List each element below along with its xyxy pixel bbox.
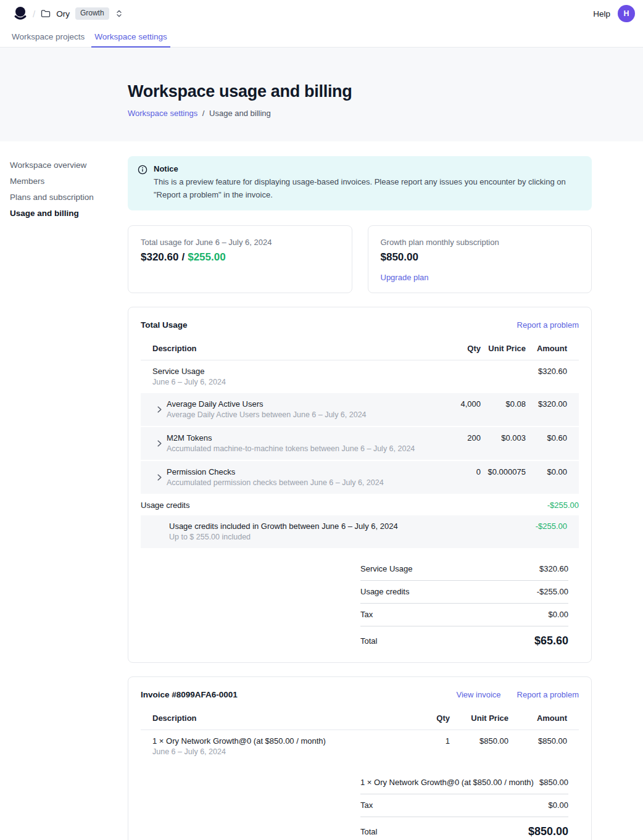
topbar: / Ory Growth Help H <box>0 0 643 27</box>
usage-summary: Service Usage $320.60 Usage credits -$25… <box>360 558 568 647</box>
total-usage-label: Total usage for June 6 – July 6, 2024 <box>141 238 339 247</box>
summary-row-tax: Tax $0.00 <box>360 794 568 817</box>
invoice-table-header-row: Description Qty Unit Price Amount <box>141 707 579 730</box>
row-qty: 4,000 <box>444 393 481 426</box>
row-title: Average Daily Active Users <box>167 399 367 409</box>
summary-label: Tax <box>360 610 373 619</box>
notice-banner: Notice This is a preview feature for dis… <box>128 156 592 210</box>
row-subtitle: June 6 – July 6, 2024 <box>152 377 444 387</box>
total-usage-panel: Total Usage Report a problem Description… <box>128 307 592 663</box>
summary-value: -$255.00 <box>537 587 568 596</box>
plan-badge: Growth <box>75 7 109 19</box>
tab-workspace-projects[interactable]: Workspace projects <box>9 27 88 47</box>
tab-workspace-settings[interactable]: Workspace settings <box>91 27 170 47</box>
table-row-usage-credits: Usage credits -$255.00 <box>141 494 579 515</box>
help-link[interactable]: Help <box>593 9 610 19</box>
workspace-name[interactable]: Ory <box>56 9 70 19</box>
table-row-permission-checks[interactable]: Permission Checks Accumulated permission… <box>141 460 579 494</box>
subscription-card: Growth plan monthly subscription $850.00… <box>368 225 592 293</box>
sidebar-item-plans-subscription[interactable]: Plans and subscription <box>10 189 120 206</box>
col-description: Description <box>141 707 404 730</box>
subscription-label: Growth plan monthly subscription <box>381 238 579 247</box>
ory-logo-icon[interactable] <box>14 6 27 21</box>
summary-total-row: Total $65.60 <box>360 626 568 647</box>
summary-row-service-usage: Service Usage $320.60 <box>360 558 568 581</box>
summary-value: $320.60 <box>539 564 568 573</box>
row-title: Usage credits <box>141 501 444 510</box>
report-problem-link[interactable]: Report a problem <box>517 690 579 699</box>
summary-total-row: Total $850.00 <box>360 817 568 838</box>
notice-body: This is a preview feature for displaying… <box>154 176 578 202</box>
workspace-switcher-icon[interactable] <box>115 9 123 18</box>
page-title: Workspace usage and billing <box>128 81 618 102</box>
page: / Ory Growth Help H Workspace projects W… <box>0 0 643 840</box>
breadcrumb-link-workspace-settings[interactable]: Workspace settings <box>128 109 197 118</box>
summary-value: $0.00 <box>548 610 568 619</box>
row-qty: 1 <box>404 730 450 763</box>
row-title: M2M Tokens <box>167 433 415 443</box>
summary-row-subscription: 1 × Ory Network Growth@0 (at $850.00 / m… <box>360 771 568 794</box>
folder-icon <box>41 9 51 19</box>
row-unit-price: $0.000075 <box>481 460 526 494</box>
total-value: $65.60 <box>534 634 568 647</box>
row-subtitle: June 6 – July 6, 2024 <box>152 747 404 757</box>
settings-sidebar: Workspace overview Members Plans and sub… <box>0 141 128 222</box>
row-title: Service Usage <box>152 367 444 376</box>
col-unit-price: Unit Price <box>450 707 508 730</box>
chevron-right-icon[interactable] <box>157 440 162 447</box>
content: Workspace overview Members Plans and sub… <box>0 141 643 840</box>
breadcrumb-divider: / <box>202 109 205 118</box>
summary-value: $0.00 <box>548 800 568 810</box>
row-qty: 200 <box>444 426 481 460</box>
row-title: Usage credits included in Growth between… <box>169 522 444 531</box>
sidebar-item-workspace-overview[interactable]: Workspace overview <box>10 157 120 173</box>
invoice-panel-title: Invoice #8099AFA6-0001 <box>141 690 238 699</box>
tab-bar: Workspace projects Workspace settings <box>0 27 643 48</box>
row-qty: 0 <box>444 460 481 494</box>
row-subtitle: Accumulated machine-to-machine tokens be… <box>167 444 415 454</box>
summary-row-tax: Tax $0.00 <box>360 604 568 626</box>
table-row-m2m-tokens[interactable]: M2M Tokens Accumulated machine-to-machin… <box>141 426 579 460</box>
row-amount: $850.00 <box>508 730 579 763</box>
overview-cards: Total usage for June 6 – July 6, 2024 $3… <box>128 225 592 293</box>
total-label: Total <box>360 827 377 836</box>
upgrade-plan-link[interactable]: Upgrade plan <box>381 273 429 282</box>
chevron-right-icon[interactable] <box>157 474 162 481</box>
chevron-right-icon[interactable] <box>157 406 162 413</box>
total-usage-card: Total usage for June 6 – July 6, 2024 $3… <box>128 225 352 293</box>
info-icon <box>138 164 147 202</box>
usage-table-header-row: Description Qty Unit Price Amount <box>141 338 579 360</box>
page-header: Workspace usage and billing Workspace se… <box>0 48 643 141</box>
breadcrumb: Workspace settings / Usage and billing <box>128 109 618 118</box>
invoice-summary: 1 × Ory Network Growth@0 (at $850.00 / m… <box>360 771 568 838</box>
invoice-panel: Invoice #8099AFA6-0001 View invoice Repo… <box>128 676 592 840</box>
avatar[interactable]: H <box>618 5 635 22</box>
usage-table: Description Qty Unit Price Amount Servic… <box>141 338 579 549</box>
total-value: $850.00 <box>528 825 568 838</box>
row-amount: $0.60 <box>526 426 579 460</box>
row-subtitle: Up to $ 255.00 included <box>169 532 444 542</box>
invoice-table: Description Qty Unit Price Amount 1 × Or… <box>141 707 579 763</box>
usage-panel-title: Total Usage <box>141 320 188 330</box>
col-amount: Amount <box>508 707 579 730</box>
main-content: Notice This is a preview feature for dis… <box>128 141 592 840</box>
summary-value: $850.00 <box>539 778 568 787</box>
table-row-daily-active-users[interactable]: Average Daily Active Users Average Daily… <box>141 393 579 426</box>
sidebar-item-members[interactable]: Members <box>10 173 120 189</box>
col-qty: Qty <box>404 707 450 730</box>
table-row-usage-credits-detail: Usage credits included in Growth between… <box>141 515 579 549</box>
table-row-growth-subscription: 1 × Ory Network Growth@0 (at $850.00 / m… <box>141 730 579 763</box>
notice-title: Notice <box>154 164 578 173</box>
view-invoice-link[interactable]: View invoice <box>457 690 501 699</box>
row-subtitle: Accumulated permission checks between Ju… <box>167 478 384 488</box>
row-amount: -$255.00 <box>526 515 579 549</box>
row-subtitle: Average Daily Active Users between June … <box>167 410 367 420</box>
report-problem-link[interactable]: Report a problem <box>517 320 579 330</box>
row-amount: $320.60 <box>526 360 579 393</box>
sidebar-item-usage-billing[interactable]: Usage and billing <box>10 206 120 222</box>
summary-label: 1 × Ory Network Growth@0 (at $850.00 / m… <box>360 778 534 787</box>
usage-credit-limit: $255.00 <box>188 251 225 263</box>
row-title: 1 × Ory Network Growth@0 (at $850.00 / m… <box>152 736 404 746</box>
row-amount: $0.00 <box>526 460 579 494</box>
row-unit-price: $0.08 <box>481 393 526 426</box>
